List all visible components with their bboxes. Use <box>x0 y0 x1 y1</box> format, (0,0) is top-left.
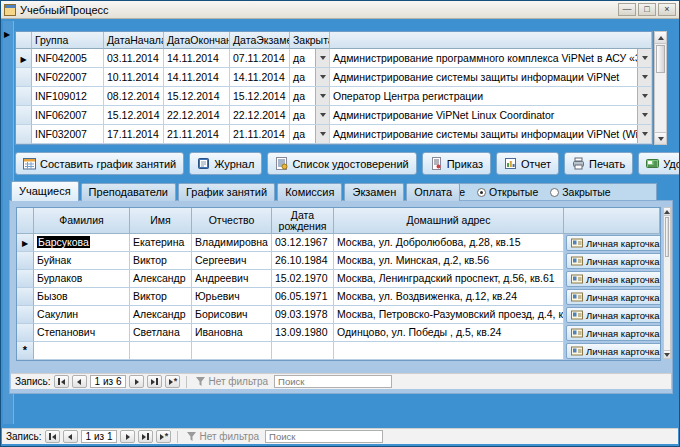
next-record-button[interactable] <box>129 375 144 388</box>
middlename-cell[interactable]: Владимировна <box>192 234 272 252</box>
group-cell[interactable]: INF109012 <box>32 87 104 106</box>
personal-card-button[interactable]: Личная карточка <box>566 343 660 359</box>
title-bar[interactable]: УчебныйПроцесс — □ × <box>1 1 679 19</box>
start-date-cell[interactable]: 03.11.2014 <box>104 49 164 68</box>
select-all-corner[interactable] <box>17 208 34 234</box>
row-selector[interactable] <box>17 324 34 342</box>
lastname-cell[interactable]: Степанович <box>34 324 130 342</box>
report-button[interactable]: Отчет <box>496 152 559 175</box>
scroll-up-button[interactable] <box>664 208 670 216</box>
end-date-cell[interactable]: 15.12.2014 <box>164 87 230 106</box>
order-button[interactable]: Приказ <box>422 152 491 175</box>
groups-vertical-scrollbar[interactable] <box>654 31 667 145</box>
address-cell[interactable]: Москва, Ленинградский проспект, д.56, кв… <box>334 270 564 288</box>
row-selector[interactable] <box>17 288 34 306</box>
middlename-cell[interactable]: Андреевич <box>192 270 272 288</box>
birthdate-cell[interactable]: 26.10.1984 <box>272 252 334 270</box>
filter-option-closed[interactable]: Закрытые <box>550 186 610 198</box>
previous-record-button[interactable] <box>72 375 87 388</box>
row-selector[interactable] <box>16 125 32 144</box>
lastname-cell[interactable]: Буйнак <box>34 252 130 270</box>
closed-cell[interactable]: да <box>290 49 330 68</box>
personal-card-button[interactable]: Личная карточка <box>566 271 660 287</box>
minimize-button[interactable]: — <box>618 3 636 16</box>
previous-record-button[interactable] <box>63 430 78 443</box>
birthdate-cell[interactable]: 09.03.1978 <box>272 306 334 324</box>
closed-cell[interactable]: да <box>290 125 330 144</box>
column-header-firstname[interactable]: Имя <box>130 208 192 234</box>
end-date-cell[interactable]: 14.11.2014 <box>164 68 230 87</box>
exam-date-cell[interactable]: 15.12.2014 <box>230 87 290 106</box>
dropdown-arrow-icon[interactable] <box>315 87 329 105</box>
column-header-end-date[interactable]: ДатаОкончания <box>164 32 230 49</box>
column-header-exam-date[interactable]: ДатаЭкзамена <box>230 32 290 49</box>
birthdate-cell[interactable]: 06.05.1971 <box>272 288 334 306</box>
certificate-button[interactable]: Удостоверение <box>638 152 680 175</box>
row-selector[interactable] <box>17 306 34 324</box>
search-input[interactable] <box>274 375 392 388</box>
middlename-cell[interactable]: Юрьевич <box>192 288 272 306</box>
dropdown-arrow-icon[interactable] <box>315 125 329 143</box>
row-selector[interactable] <box>17 252 34 270</box>
middlename-cell[interactable]: Ивановна <box>192 324 272 342</box>
lastname-cell[interactable]: Бызов <box>34 288 130 306</box>
certificates-list-button[interactable]: Список удостоверений <box>267 152 416 175</box>
row-selector[interactable]: ▶ <box>17 234 34 252</box>
record-position[interactable]: 1 из 6 <box>90 375 127 388</box>
dropdown-arrow-icon[interactable] <box>637 125 651 143</box>
dropdown-arrow-icon[interactable] <box>637 49 651 67</box>
lastname-cell[interactable]: Барсукова <box>34 234 130 252</box>
course-cell[interactable]: Оператор Центра регистрации <box>330 87 652 106</box>
address-cell[interactable]: Одинцово, ул. Победы , д.5, кв.24 <box>334 324 564 342</box>
exam-date-cell[interactable]: 07.11.2014 <box>230 49 290 68</box>
exam-date-cell[interactable]: 14.11.2014 <box>230 68 290 87</box>
closed-cell[interactable]: да <box>290 68 330 87</box>
record-position[interactable]: 1 из 1 <box>81 430 118 443</box>
scroll-down-button[interactable] <box>655 132 666 144</box>
lastname-cell[interactable]: Бурлаков <box>34 270 130 288</box>
firstname-cell[interactable]: Екатерина <box>130 234 192 252</box>
first-record-button[interactable] <box>54 375 69 388</box>
row-selector[interactable] <box>17 270 34 288</box>
select-all-corner[interactable] <box>16 32 32 49</box>
firstname-cell[interactable]: Виктор <box>130 252 192 270</box>
birthdate-cell[interactable]: 15.02.1970 <box>272 270 334 288</box>
next-record-button[interactable] <box>120 430 135 443</box>
scroll-down-button[interactable] <box>664 350 670 358</box>
birthdate-cell[interactable]: 03.12.1967 <box>272 234 334 252</box>
address-cell[interactable] <box>334 342 564 360</box>
print-button[interactable]: Печать <box>564 152 633 175</box>
middlename-cell[interactable] <box>192 342 272 360</box>
column-header-closed[interactable]: Закрыта <box>290 32 330 49</box>
column-header-course[interactable] <box>330 32 652 49</box>
personal-card-button[interactable]: Личная карточка <box>566 307 660 323</box>
course-cell[interactable]: Администрирование ViPNet Linux Coordinat… <box>330 106 652 125</box>
filter-option-open[interactable]: Открытые <box>477 186 538 198</box>
new-record-button[interactable]: * <box>156 430 171 443</box>
students-vertical-scrollbar[interactable] <box>663 207 671 359</box>
dropdown-arrow-icon[interactable] <box>315 49 329 67</box>
tab-teachers[interactable]: Преподаватели <box>81 183 176 201</box>
tab-exam[interactable]: Экзамен <box>344 183 404 201</box>
exam-date-cell[interactable]: 22.12.2014 <box>230 106 290 125</box>
row-selector[interactable] <box>16 68 32 87</box>
address-cell[interactable]: Москва, ул. Добролюбова, д.28, кв.15 <box>334 234 564 252</box>
column-header-birthdate[interactable]: Дата рождения <box>272 208 334 234</box>
new-row-selector[interactable]: * <box>17 342 34 360</box>
tab-students[interactable]: Учащиеся <box>11 181 79 201</box>
lastname-cell[interactable] <box>34 342 130 360</box>
new-record-button[interactable]: * <box>165 375 180 388</box>
column-header-middlename[interactable]: Отчество <box>192 208 272 234</box>
firstname-cell[interactable]: Александр <box>130 306 192 324</box>
lastname-cell[interactable]: Сакулин <box>34 306 130 324</box>
firstname-cell[interactable] <box>130 342 192 360</box>
tab-schedule[interactable]: График занятий <box>178 183 275 201</box>
group-cell[interactable]: INF042005 <box>32 49 104 68</box>
search-input[interactable] <box>265 430 383 443</box>
personal-card-button[interactable]: Личная карточка <box>566 289 660 305</box>
middlename-cell[interactable]: Сергеевич <box>192 252 272 270</box>
tab-payment[interactable]: Оплата <box>406 183 460 201</box>
scroll-up-button[interactable] <box>655 32 666 44</box>
middlename-cell[interactable]: Борисович <box>192 306 272 324</box>
radio-icon[interactable] <box>550 188 559 197</box>
